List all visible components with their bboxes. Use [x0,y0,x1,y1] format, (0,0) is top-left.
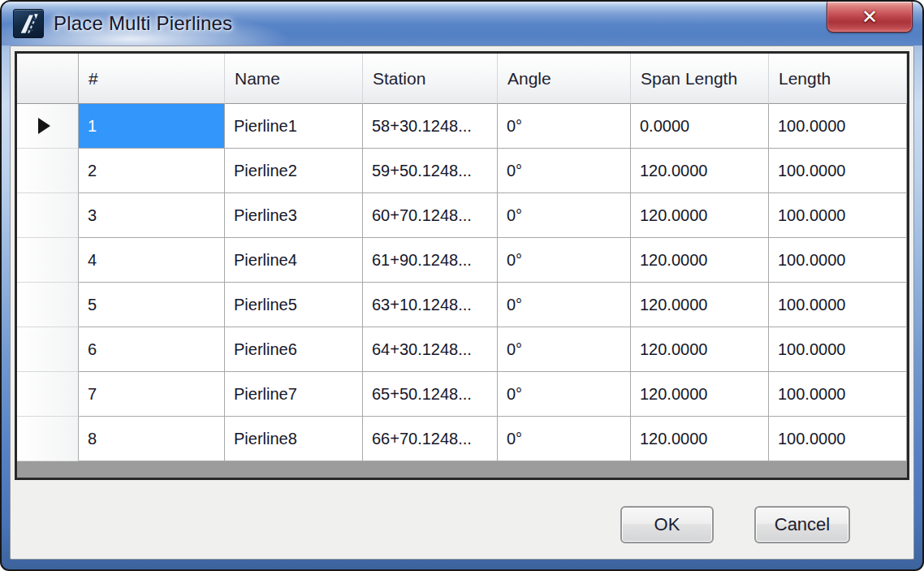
column-header-angle[interactable]: Angle [498,54,631,104]
cell-number[interactable]: 4 [79,238,225,283]
cell-number[interactable]: 8 [79,417,225,461]
cell-angle[interactable]: 0° [498,149,631,193]
cell-span-length[interactable]: 120.0000 [631,327,769,372]
cell-name[interactable]: Pierline1 [225,104,363,149]
cell-angle[interactable]: 0° [498,417,631,461]
cell-station[interactable]: 60+70.1248... [363,193,498,238]
cell-station[interactable]: 63+10.1248... [363,283,498,327]
cell-angle[interactable]: 0° [498,193,631,238]
table-row: 8 Pierline8 66+70.1248... 0° 120.0000 10… [17,417,907,461]
column-header-number[interactable]: # [79,54,225,104]
column-header-station[interactable]: Station [363,54,498,104]
cell-station[interactable]: 58+30.1248... [363,104,498,149]
table-body: 1 Pierline1 58+30.1248... 0° 0.0000 100.… [17,104,907,461]
cell-station[interactable]: 65+50.1248... [363,372,498,417]
table-row: 6 Pierline6 64+30.1248... 0° 120.0000 10… [17,327,907,372]
table-row: 5 Pierline5 63+10.1248... 0° 120.0000 10… [17,283,907,327]
grid-header-row: # Name Station Angle Span Length Length [17,54,907,104]
cell-span-length[interactable]: 120.0000 [631,283,769,327]
road-icon [16,12,41,35]
row-selector[interactable] [17,283,79,327]
cell-length[interactable]: 100.0000 [769,417,907,461]
cell-length[interactable]: 100.0000 [769,104,907,149]
cell-length[interactable]: 100.0000 [769,193,907,238]
cell-name[interactable]: Pierline2 [225,149,363,193]
cell-angle[interactable]: 0° [498,372,631,417]
row-selector[interactable] [17,327,79,372]
row-selector[interactable] [17,193,79,238]
cell-angle[interactable]: 0° [498,327,631,372]
cell-span-length[interactable]: 120.0000 [631,193,769,238]
table-row: 1 Pierline1 58+30.1248... 0° 0.0000 100.… [17,104,907,149]
dialog-title: Place Multi Pierlines [54,2,232,45]
cell-angle[interactable]: 0° [498,238,631,283]
cell-span-length[interactable]: 120.0000 [631,238,769,283]
row-selector[interactable] [17,372,79,417]
cell-length[interactable]: 100.0000 [769,372,907,417]
cell-span-length[interactable]: 120.0000 [631,417,769,461]
cell-span-length[interactable]: 120.0000 [631,372,769,417]
dialog-window: Place Multi Pierlines ✕ # Name Station A… [0,0,924,571]
ok-button[interactable]: OK [620,506,714,543]
cell-number[interactable]: 6 [79,327,225,372]
cell-length[interactable]: 100.0000 [769,149,907,193]
app-icon [13,9,44,38]
cell-angle[interactable]: 0° [498,283,631,327]
cell-number[interactable]: 7 [79,372,225,417]
cell-station[interactable]: 59+50.1248... [363,149,498,193]
row-selector[interactable] [17,417,79,461]
cell-station[interactable]: 64+30.1248... [363,327,498,372]
cell-number[interactable]: 3 [79,193,225,238]
close-button[interactable]: ✕ [827,2,913,32]
cell-station[interactable]: 66+70.1248... [363,417,498,461]
table-row: 7 Pierline7 65+50.1248... 0° 120.0000 10… [17,372,907,417]
cell-angle[interactable]: 0° [498,104,631,149]
column-header-name[interactable]: Name [225,54,363,104]
title-bar[interactable]: Place Multi Pierlines ✕ [2,2,922,45]
cell-number[interactable]: 1 [79,104,225,149]
column-header-span-length[interactable]: Span Length [631,54,769,104]
table-row: 3 Pierline3 60+70.1248... 0° 120.0000 10… [17,193,907,238]
grid-corner-cell[interactable] [17,54,79,104]
cell-name[interactable]: Pierline4 [225,238,363,283]
cell-length[interactable]: 100.0000 [769,327,907,372]
cell-length[interactable]: 100.0000 [769,238,907,283]
cell-span-length[interactable]: 0.0000 [631,104,769,149]
cancel-button[interactable]: Cancel [754,506,850,543]
cell-name[interactable]: Pierline3 [225,193,363,238]
close-icon: ✕ [861,7,878,27]
table-row: 4 Pierline4 61+90.1248... 0° 120.0000 10… [17,238,907,283]
pierlines-grid: # Name Station Angle Span Length Length … [15,51,909,480]
cell-number[interactable]: 2 [79,149,225,193]
cell-name[interactable]: Pierline5 [225,283,363,327]
cell-number[interactable]: 5 [79,283,225,327]
cell-name[interactable]: Pierline7 [225,372,363,417]
cell-station[interactable]: 61+90.1248... [363,238,498,283]
table-row: 2 Pierline2 59+50.1248... 0° 120.0000 10… [17,149,907,193]
dialog-client-area: # Name Station Angle Span Length Length … [10,45,914,560]
cell-name[interactable]: Pierline8 [225,417,363,461]
cell-span-length[interactable]: 120.0000 [631,149,769,193]
cell-length[interactable]: 100.0000 [769,283,907,327]
column-header-length[interactable]: Length [769,54,907,104]
row-selector[interactable] [17,149,79,193]
row-selector[interactable] [17,238,79,283]
row-selector[interactable] [17,104,79,149]
cell-name[interactable]: Pierline6 [225,327,363,372]
